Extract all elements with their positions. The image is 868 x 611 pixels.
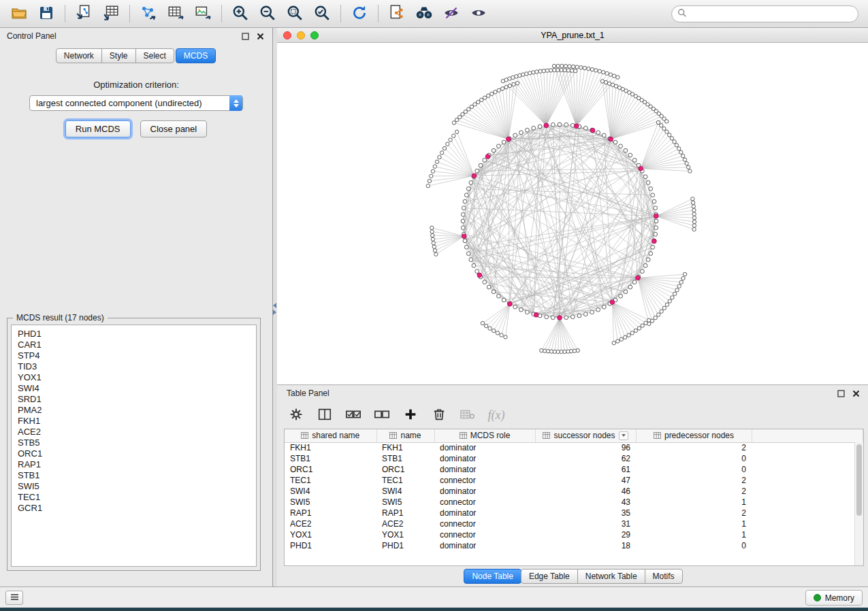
- network-node[interactable]: [433, 165, 436, 168]
- table-row[interactable]: SWI4SWI4dominator462: [285, 486, 863, 497]
- network-node[interactable]: [475, 169, 479, 173]
- select-all-button[interactable]: [344, 406, 363, 425]
- network-node[interactable]: [485, 324, 488, 327]
- network-node[interactable]: [479, 163, 483, 167]
- network-node[interactable]: [502, 298, 506, 302]
- network-node[interactable]: [679, 150, 683, 154]
- close-panel-icon[interactable]: [255, 31, 266, 42]
- network-node[interactable]: [492, 329, 496, 332]
- column-header-successor-nodes[interactable]: successor nodes: [535, 429, 636, 442]
- network-node[interactable]: [466, 187, 470, 191]
- deselect-all-button[interactable]: [372, 406, 391, 425]
- memory-button[interactable]: Memory: [805, 590, 863, 606]
- search-input[interactable]: [690, 10, 852, 19]
- network-node[interactable]: [492, 148, 496, 152]
- delete-column-button[interactable]: [430, 406, 449, 425]
- save-button[interactable]: [33, 2, 60, 25]
- network-node[interactable]: [464, 193, 468, 197]
- network-node[interactable]: [662, 306, 666, 310]
- network-node[interactable]: [525, 72, 528, 76]
- network-node[interactable]: [679, 280, 683, 284]
- column-header-mcds-role[interactable]: MCDS role: [434, 429, 535, 442]
- network-node[interactable]: [449, 138, 452, 142]
- network-node[interactable]: [692, 216, 696, 220]
- network-node[interactable]: [641, 324, 644, 327]
- network-node[interactable]: [692, 227, 696, 231]
- table-cell[interactable]: FKH1: [376, 442, 434, 453]
- table-settings-button[interactable]: [287, 406, 306, 425]
- table-cell[interactable]: YOX1: [376, 529, 434, 540]
- network-node[interactable]: [643, 263, 647, 267]
- mcds-result-item[interactable]: CAR1: [18, 340, 256, 350]
- zoom-selected-button[interactable]: [308, 2, 336, 25]
- network-node[interactable]: [686, 165, 690, 169]
- network-window-titlebar[interactable]: YPA_prune.txt_1: [277, 28, 868, 43]
- tab-network[interactable]: Network: [56, 48, 102, 63]
- window-minimize-icon[interactable]: [297, 31, 305, 39]
- network-node[interactable]: [596, 308, 600, 312]
- network-node[interactable]: [596, 131, 600, 135]
- network-graph[interactable]: [277, 43, 868, 384]
- network-node[interactable]: [575, 65, 579, 69]
- table-cell[interactable]: RAP1: [376, 508, 434, 518]
- network-node[interactable]: [624, 148, 628, 152]
- network-node[interactable]: [627, 333, 630, 337]
- network-node[interactable]: [632, 280, 637, 284]
- global-search[interactable]: [671, 5, 858, 22]
- network-node[interactable]: [677, 284, 681, 288]
- window-maximize-icon[interactable]: [310, 31, 319, 39]
- network-node[interactable]: [590, 310, 594, 314]
- network-node[interactable]: [643, 175, 647, 179]
- mcds-result-item[interactable]: ACE2: [18, 427, 256, 437]
- table-row[interactable]: FKH1FKH1dominator962: [285, 442, 863, 453]
- table-cell[interactable]: 2: [636, 442, 752, 453]
- search-network-button[interactable]: [411, 2, 438, 25]
- network-node[interactable]: [583, 66, 586, 69]
- optimization-criterion-select[interactable]: largest connected component (undirected): [29, 95, 243, 111]
- network-node[interactable]: [461, 212, 465, 216]
- network-node[interactable]: [539, 69, 542, 73]
- network-node[interactable]: [532, 71, 535, 74]
- network-node[interactable]: [657, 313, 660, 316]
- table-cell[interactable]: SWI4: [376, 486, 434, 497]
- mcds-result-item[interactable]: PMA2: [18, 405, 256, 416]
- network-node[interactable]: [549, 69, 552, 72]
- network-node[interactable]: [469, 258, 473, 262]
- network-node[interactable]: [654, 219, 658, 223]
- import-table-button[interactable]: [97, 2, 125, 25]
- network-node[interactable]: [466, 252, 470, 256]
- network-node[interactable]: [602, 305, 606, 309]
- network-node[interactable]: [649, 252, 653, 256]
- tab-style[interactable]: Style: [101, 48, 136, 63]
- apply-function-button[interactable]: f(x): [487, 406, 506, 425]
- network-node[interactable]: [587, 67, 590, 70]
- network-node[interactable]: [681, 276, 685, 280]
- network-node[interactable]: [438, 155, 441, 159]
- network-node[interactable]: [665, 303, 669, 306]
- network-node[interactable]: [624, 290, 628, 294]
- network-node[interactable]: [426, 184, 430, 188]
- table-cell[interactable]: dominator: [434, 508, 535, 518]
- network-node[interactable]: [496, 331, 499, 335]
- tab-node-table[interactable]: Node Table: [464, 569, 521, 584]
- network-node[interactable]: [563, 68, 566, 71]
- tab-network-table[interactable]: Network Table: [577, 569, 645, 584]
- network-node[interactable]: [553, 68, 556, 71]
- network-node[interactable]: [556, 68, 560, 71]
- network-node[interactable]: [660, 310, 663, 313]
- sort-menu-icon[interactable]: [619, 431, 628, 440]
- column-header-predecessor-nodes[interactable]: predecessor nodes: [636, 429, 752, 442]
- network-node[interactable]: [673, 140, 676, 144]
- add-column-button[interactable]: [401, 406, 420, 425]
- network-node[interactable]: [688, 169, 692, 173]
- table-cell[interactable]: 1: [636, 497, 752, 508]
- network-node[interactable]: [432, 245, 436, 248]
- table-cell[interactable]: 61: [535, 464, 636, 475]
- mcds-result-item[interactable]: TEC1: [18, 492, 256, 503]
- network-node[interactable]: [675, 288, 679, 292]
- network-node[interactable]: [691, 197, 694, 201]
- network-node[interactable]: [434, 252, 438, 256]
- network-node[interactable]: [570, 315, 575, 319]
- network-node[interactable]: [551, 122, 555, 127]
- table-cell[interactable]: 0: [636, 464, 752, 475]
